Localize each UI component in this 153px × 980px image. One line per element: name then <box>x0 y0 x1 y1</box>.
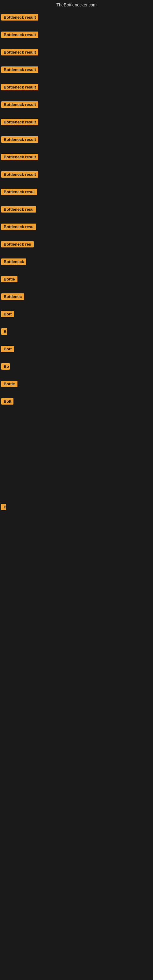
list-item <box>0 465 153 476</box>
bottleneck-result-badge: B <box>1 504 6 510</box>
bottleneck-result-badge: Bottleneck result <box>1 49 38 56</box>
list-item <box>0 432 153 443</box>
site-header: TheBottlenecker.com <box>0 0 153 9</box>
list-item: Bottleneck result <box>0 113 153 131</box>
bottleneck-result-badge: Bo <box>1 363 10 370</box>
bottleneck-result-badge: Bottleneck <box>1 258 26 265</box>
list-item: Bottlenec <box>0 288 153 305</box>
bottleneck-result-badge: Bottleneck result <box>1 136 38 143</box>
list-item <box>0 454 153 465</box>
list-item: Bottleneck resul <box>0 183 153 200</box>
bottleneck-result-badge: Bottleneck result <box>1 101 38 108</box>
bottleneck-result-badge: Bott <box>1 311 14 317</box>
list-item: Bottleneck result <box>0 26 153 43</box>
bottleneck-result-badge: Bottleneck result <box>1 84 38 90</box>
list-item <box>0 410 153 421</box>
list-item: Bottleneck result <box>0 43 153 61</box>
list-item: Bottleneck result <box>0 61 153 78</box>
list-item: Bottleneck result <box>0 166 153 183</box>
bottleneck-result-badge: Bottleneck result <box>1 154 38 160</box>
list-item: Bott <box>0 340 153 358</box>
bottleneck-result-badge: Bolt <box>1 398 13 404</box>
list-item: Bottleneck res <box>0 235 153 253</box>
list-item: Bottleneck result <box>0 78 153 96</box>
bottleneck-result-badge: Bottle <box>1 276 18 282</box>
bottleneck-result-badge: Bottle <box>1 381 18 387</box>
list-item: B <box>0 498 153 516</box>
bottleneck-result-badge: Bottleneck resul <box>1 189 37 195</box>
list-item <box>0 487 153 498</box>
list-item: Bottle <box>0 270 153 288</box>
bottleneck-result-badge: Bottleneck res <box>1 241 33 247</box>
list-item: Bo <box>0 358 153 375</box>
list-item: Bottle <box>0 375 153 393</box>
list-item: Bottleneck result <box>0 148 153 166</box>
bottleneck-result-badge: Bottleneck result <box>1 171 38 178</box>
bottleneck-result-badge: Bottleneck result <box>1 14 38 21</box>
list-item: Bottleneck <box>0 253 153 270</box>
list-item: Bottleneck resu <box>0 200 153 218</box>
list-item: Bolt <box>0 393 153 410</box>
list-item: Bottleneck result <box>0 131 153 148</box>
bottleneck-result-badge: Bottleneck result <box>1 119 38 125</box>
site-title: TheBottlenecker.com <box>56 2 97 7</box>
list-item: Bottleneck result <box>0 9 153 26</box>
list-item: Bott <box>0 305 153 323</box>
list-item <box>0 421 153 432</box>
list-item <box>0 476 153 487</box>
bottleneck-result-badge: B <box>1 328 7 335</box>
list-item: Bottleneck resu <box>0 218 153 235</box>
bottleneck-result-badge: Bott <box>1 346 14 352</box>
list-item: Bottleneck result <box>0 96 153 113</box>
bottleneck-result-badge: Bottleneck resu <box>1 206 36 213</box>
list-item <box>0 443 153 454</box>
list-item: B <box>0 323 153 340</box>
bottleneck-result-badge: Bottleneck resu <box>1 224 36 230</box>
bottleneck-result-badge: Bottleneck result <box>1 32 38 38</box>
bottleneck-result-badge: Bottlenec <box>1 293 24 300</box>
bottleneck-result-badge: Bottleneck result <box>1 67 38 73</box>
